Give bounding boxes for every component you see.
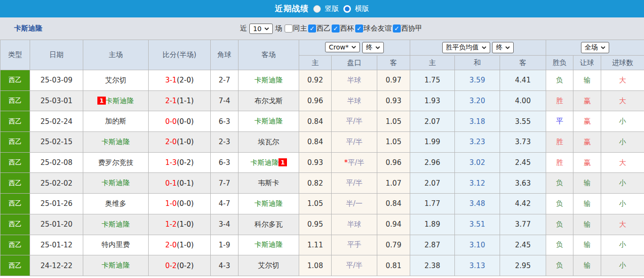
type-cell: 西乙 — [0, 214, 30, 235]
halftime-score: (1-1) — [177, 97, 194, 105]
handicap-cell: *平/半 — [332, 152, 377, 173]
team-name-text: 卡斯迪隆 — [102, 220, 130, 229]
filter-checkbox-label: 西乙 — [317, 24, 331, 33]
avg-away-cell: 2.45 — [500, 152, 546, 173]
date-cell: 25-02-02 — [30, 173, 83, 194]
checkbox-checked-icon[interactable]: ✓ — [308, 25, 316, 33]
odds-away-cell: 0.96 — [377, 152, 410, 173]
fulltime-score: 1-0 — [165, 199, 177, 208]
bookmaker-select[interactable]: Crow* — [325, 42, 360, 52]
filter-checkbox-item: 同主 — [285, 24, 307, 33]
away-team-cell: 卡斯迪隆 — [239, 70, 299, 91]
team-name-text: 卡斯迪隆 — [106, 97, 134, 105]
halftime-score: (0-0) — [177, 117, 194, 126]
filter-checkbox-item: ✓西乙 — [308, 24, 331, 33]
games-label: 场 — [275, 24, 282, 33]
result-goals-cell: 大 — [601, 70, 644, 91]
checkbox-checked-icon[interactable]: ✓ — [355, 25, 363, 33]
team-name-link[interactable]: 卡斯迪隆 — [0, 24, 42, 33]
odds-away-cell: 0.84 — [377, 194, 410, 214]
radio-horizontal-icon[interactable] — [343, 5, 351, 13]
results-table: 类型 日期 主场 比分(半场) 角球 客场 Crow* 终 胜平负均值 — [0, 40, 644, 276]
home-team-cell: 卡斯迪隆 — [83, 214, 149, 235]
avg-draw-cell: 3.59 — [455, 70, 500, 91]
match-row: 西乙25-02-02卡斯迪隆0-1(0-1)7-7韦斯卡0.82平/半1.072… — [0, 173, 644, 194]
team-name-text: 奥维多 — [105, 199, 127, 208]
handicap-text: 平/半 — [348, 158, 364, 167]
result-goals-cell: 小 — [601, 255, 644, 276]
away-team-cell: 科尔多瓦 — [239, 214, 299, 235]
fulltime-score: 1-2 — [165, 220, 177, 229]
home-team-cell: 卡斯迪隆 — [83, 255, 149, 276]
team-name-text: 韦斯卡 — [258, 179, 279, 187]
away-team-cell: 韦斯卡 — [239, 173, 299, 194]
chevron-down-icon — [601, 46, 605, 49]
avg-home-cell: 1.77 — [410, 194, 455, 214]
type-cell: 西乙 — [0, 235, 30, 255]
result-outcome-cell: 负 — [546, 70, 573, 91]
away-team-cell: 卡斯迪隆 — [239, 111, 299, 132]
chevron-down-icon — [264, 27, 269, 30]
away-team-cell: 卡斯迪隆 — [239, 235, 299, 255]
avg-home-cell: 2.96 — [410, 152, 455, 173]
result-outcome-cell: 胜 — [546, 90, 573, 111]
odds-time-select[interactable]: 终 — [362, 42, 384, 53]
near-label: 近 — [240, 24, 247, 33]
avg-select[interactable]: 胜平负均值 — [442, 42, 490, 53]
team-name-text: 艾尔切 — [258, 261, 279, 270]
handicap-cell: 半/一 — [332, 194, 377, 214]
result-handicap-cell: 输 — [573, 173, 601, 194]
avg-draw-cell: 3.13 — [455, 255, 500, 276]
result-outcome-cell: 负 — [546, 194, 573, 214]
home-team-cell: 费罗尔竞技 — [83, 152, 149, 173]
handicap-text: 半球 — [347, 97, 361, 105]
col-header-avg-home: 主 — [410, 56, 455, 70]
avg-away-cell: 4.00 — [500, 90, 546, 111]
col-header-type: 类型 — [0, 40, 30, 70]
filter-checkbox-label: 球会友谊 — [364, 24, 392, 33]
odds-home-cell: 0.92 — [299, 70, 332, 91]
avg-select-value: 胜平负均值 — [446, 43, 479, 52]
result-outcome-cell: 负 — [546, 255, 573, 276]
radio-vertical-label[interactable]: 竖版 — [325, 4, 339, 13]
avg-time-select[interactable]: 终 — [492, 42, 514, 53]
home-team-cell: 卡斯迪隆 — [83, 173, 149, 194]
team-name-text: 埃瓦尔 — [258, 138, 279, 146]
radio-horizontal-label[interactable]: 横版 — [355, 4, 369, 13]
checkbox-checked-icon[interactable]: ✓ — [332, 25, 340, 33]
odds-away-cell: 1.05 — [377, 111, 410, 132]
radio-vertical-icon[interactable] — [313, 5, 321, 13]
avg-home-cell: 2.87 — [410, 235, 455, 255]
handicap-cell: 半球 — [332, 90, 377, 111]
chevron-down-icon — [482, 46, 486, 49]
team-name-text: 卡斯迪隆 — [102, 179, 130, 187]
result-goals-cell: 大 — [601, 90, 644, 111]
odds-home-cell: 1.08 — [299, 255, 332, 276]
date-cell: 25-03-01 — [30, 90, 83, 111]
avg-draw-cell: 3.12 — [455, 173, 500, 194]
corner-cell: 4-3 — [211, 255, 239, 276]
col-header-outcome: 胜负 — [546, 56, 573, 70]
avg-home-cell: 2.07 — [410, 173, 455, 194]
near-games-select[interactable]: 10 — [249, 24, 273, 34]
team-name-text: 卡斯迪隆 — [102, 261, 130, 270]
fulltime-select[interactable]: 全场 — [581, 42, 609, 53]
handicap-cell: 半球 — [332, 214, 377, 235]
corner-cell: 7-7 — [211, 173, 239, 194]
odds-home-cell: 1.05 — [299, 194, 332, 214]
result-outcome-cell: 负 — [546, 235, 573, 255]
checkbox-checked-icon[interactable]: ✓ — [393, 25, 401, 33]
avg-away-cell: 4.41 — [500, 70, 546, 91]
checkbox-unchecked-icon[interactable] — [285, 25, 293, 33]
away-team-cell: 布尔戈斯 — [239, 90, 299, 111]
odds-away-cell: 0.93 — [377, 90, 410, 111]
result-handicap-cell: 输 — [573, 214, 601, 235]
corner-cell: 2-7 — [211, 70, 239, 91]
avg-away-cell: 4.42 — [500, 194, 546, 214]
score-cell: 2-0(1-0) — [149, 235, 211, 255]
team-name-text: 费罗尔竞技 — [98, 158, 134, 167]
team-name-text: 卡斯迪隆 — [102, 138, 130, 146]
away-team-cell: 卡斯迪隆1 — [239, 152, 299, 173]
result-outcome-cell: 负 — [546, 214, 573, 235]
team-name-text: 加的斯 — [105, 117, 127, 125]
